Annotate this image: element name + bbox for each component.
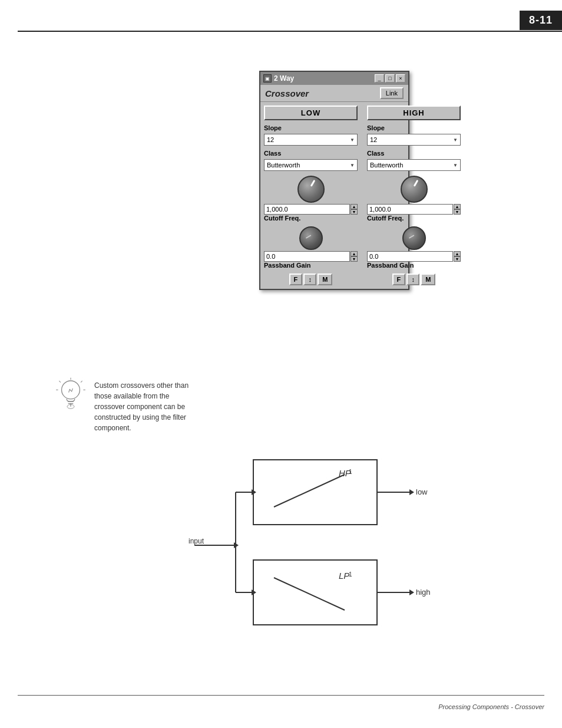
low-slope-value: 12 [267,136,274,143]
low-slope-arrow: ▼ [350,137,355,143]
low-class-arrow: ▼ [350,163,355,168]
low-slope-select[interactable]: 12 ▼ [264,134,358,146]
crossover-title: Crossover [265,88,309,98]
high-cutoff-knob-marker [413,180,418,187]
high-slope-label: Slope [367,124,385,131]
svg-marker-25 [409,589,414,595]
diagram-container: HP 1 LP 1 input [189,448,483,643]
low-cutoff-up[interactable]: ▲ [351,204,358,209]
low-passband-knob[interactable] [299,226,323,250]
low-cutoff-knob[interactable] [297,176,325,203]
high-passband-value-row: ▲ ▼ [367,251,461,262]
high-cutoff-spinners: ▲ ▼ [454,204,461,215]
high-passband-up[interactable]: ▲ [454,251,461,256]
svg-marker-23 [409,489,414,495]
low-passband-value-row: ▲ ▼ [264,251,358,262]
link-button[interactable]: Link [380,87,404,99]
high-channel: HIGH Slope 12 ▼ Class Butterworth ▼ ▲ [367,106,461,285]
footer-rule [18,695,544,696]
footer-text: Processing Components - Crossover [438,703,544,710]
input-label: input [189,537,204,545]
svg-rect-13 [253,560,377,625]
low-label: low [416,487,428,496]
high-cutoff-knob[interactable] [401,176,428,203]
svg-rect-10 [253,460,377,525]
top-rule [18,31,562,32]
close-button[interactable]: × [396,74,405,83]
low-passband-knob-container: ▲ ▼ Passband Gain [264,226,358,269]
high-class-value: Butterworth [370,162,403,169]
diagram-section: HP 1 LP 1 input [189,448,483,643]
window-title: 2 Way [274,74,294,83]
crossover-window: ▣ 2 Way _ □ × Crossover Link LOW Slope 1… [259,71,409,290]
low-fm-buttons: F ↕ M [264,274,358,285]
high-slope-select[interactable]: 12 ▼ [367,134,461,146]
high-class-label: Class [367,150,384,157]
high-cutoff-down[interactable]: ▼ [454,209,461,215]
signal-flow-diagram: HP 1 LP 1 input [189,448,483,643]
svg-line-5 [59,381,61,383]
high-passband-down[interactable]: ▼ [454,256,461,262]
high-button[interactable]: HIGH [367,106,461,120]
crossover-header: Crossover Link [260,85,408,102]
low-passband-spinners: ▲ ▼ [351,251,358,262]
low-cutoff-spinners: ▲ ▼ [351,204,358,215]
high-label: high [416,588,431,597]
low-solo-button[interactable]: ↕ [303,274,316,285]
high-f-button[interactable]: F [392,274,406,285]
low-cutoff-input[interactable] [264,204,350,215]
low-channel: LOW Slope 12 ▼ Class Butterworth ▼ ▲ [264,106,358,285]
low-passband-up[interactable]: ▲ [351,251,358,256]
low-passband-knob-marker [305,235,311,239]
svg-point-0 [62,381,80,399]
high-passband-knob[interactable] [402,226,426,250]
high-cutoff-input[interactable] [367,204,453,215]
minimize-button[interactable]: _ [375,74,384,83]
high-solo-button[interactable]: ↕ [406,274,419,285]
low-class-value: Butterworth [267,162,300,169]
window-icon: ▣ [263,74,272,83]
high-passband-label: Passband Gain [367,262,414,269]
high-class-select[interactable]: Butterworth ▼ [367,159,461,171]
low-cutoff-label: Cutoff Freq. [264,215,300,222]
title-left: ▣ 2 Way [263,74,294,83]
high-cutoff-value-row: ▲ ▼ [367,204,461,215]
low-class-label: Class [264,150,281,157]
svg-text:1: 1 [349,469,352,475]
svg-line-6 [81,381,82,383]
high-m-button[interactable]: M [421,274,435,285]
tip-bulb-icon [53,377,88,413]
low-cutoff-knob-container: ▲ ▼ Cutoff Freq. [264,176,358,222]
high-fm-buttons: F ↕ M [367,274,461,285]
high-class-arrow: ▼ [453,163,458,168]
crossover-body: LOW Slope 12 ▼ Class Butterworth ▼ ▲ [260,102,408,289]
maximize-button[interactable]: □ [385,74,395,83]
high-slope-arrow: ▼ [453,137,458,143]
titlebar: ▣ 2 Way _ □ × [260,72,408,85]
low-class-select[interactable]: Butterworth ▼ [264,159,358,171]
lp-label: LP [339,571,349,581]
low-button[interactable]: LOW [264,106,358,120]
window-controls: _ □ × [375,74,405,83]
low-f-button[interactable]: F [289,274,303,285]
low-passband-input[interactable] [264,251,350,262]
high-passband-knob-container: ▲ ▼ Passband Gain [367,226,461,269]
low-passband-label: Passband Gain [264,262,310,269]
svg-text:1: 1 [349,571,352,578]
page-number: 8-11 [520,11,562,30]
high-cutoff-up[interactable]: ▲ [454,204,461,209]
low-slope-label: Slope [264,124,282,131]
low-m-button[interactable]: M [318,274,332,285]
high-slope-value: 12 [370,136,377,143]
high-passband-input[interactable] [367,251,453,262]
high-passband-spinners: ▲ ▼ [454,251,461,262]
low-passband-down[interactable]: ▼ [351,256,358,262]
tip-section: Custom crossovers other than those avail… [53,377,197,433]
high-passband-knob-marker [408,235,414,239]
low-cutoff-knob-marker [310,180,315,187]
high-cutoff-knob-container: ▲ ▼ Cutoff Freq. [367,176,461,222]
low-cutoff-value-row: ▲ ▼ [264,204,358,215]
low-cutoff-down[interactable]: ▼ [351,209,358,215]
high-cutoff-label: Cutoff Freq. [367,215,404,222]
tip-text: Custom crossovers other than those avail… [94,380,197,433]
